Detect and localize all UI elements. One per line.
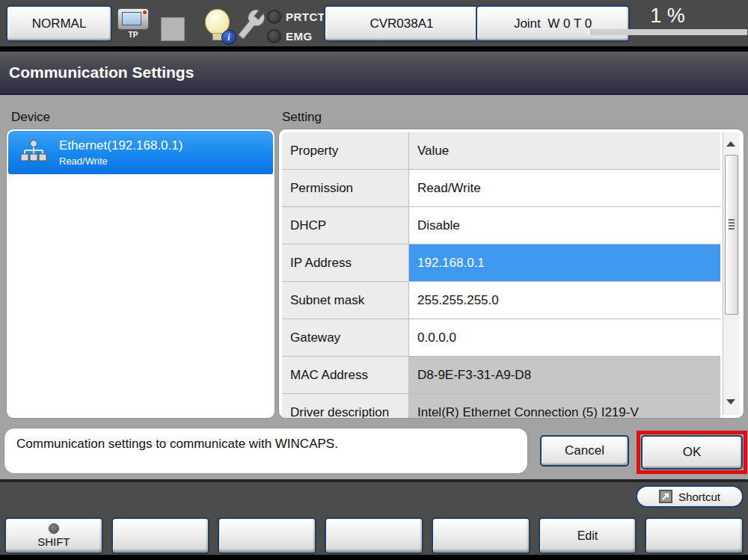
function-key-7[interactable] — [645, 517, 744, 554]
device-section-label: Device — [11, 110, 50, 125]
prtct-indicator: PRTCT — [267, 10, 325, 24]
speed-indicator: 1 % — [588, 4, 747, 35]
status-message-text: Communication settings to communicate wi… — [16, 437, 338, 451]
table-row-mac-address: MAC Address D8-9E-F3-31-A9-D8 — [282, 357, 720, 394]
row-property-label: Driver description — [282, 394, 409, 418]
row-value-cell[interactable]: Disable — [409, 207, 720, 244]
speed-progress-track — [588, 29, 747, 35]
bottom-bar: Shortcut SHIFT Edit — [0, 479, 748, 560]
teach-pendant-icon — [117, 8, 149, 30]
status-square-icon — [161, 17, 185, 41]
table-row-gateway: Gateway 0.0.0.0 — [282, 319, 720, 357]
page-title: Communication Settings — [9, 64, 194, 81]
row-value-cell[interactable]: 0.0.0.0 — [409, 319, 720, 356]
row-property-label: IP Address — [282, 244, 409, 281]
table-row-dhcp: DHCP Disable — [282, 207, 720, 244]
device-item-name: Ethernet(192.168.0.1) — [59, 138, 183, 153]
function-key-label: Edit — [577, 529, 598, 543]
bottom-black-strip — [0, 555, 748, 560]
row-property-label: MAC Address — [282, 357, 409, 393]
row-value-cell[interactable]: 255.255.255.0 — [409, 282, 720, 319]
table-row-ip-address: IP Address 192.168.0.1 — [282, 244, 720, 282]
robot-name-button[interactable]: CVR038A1 — [324, 5, 479, 42]
prtct-label: PRTCT — [286, 10, 325, 23]
device-list-panel: Ethernet(192.168.0.1) Read/Write — [6, 129, 275, 419]
emg-led-icon — [267, 29, 281, 43]
tp-indicator: TP — [116, 8, 150, 39]
ok-button[interactable]: OK — [641, 435, 743, 470]
prtct-led-icon — [267, 10, 281, 24]
table-scrollbar[interactable] — [723, 132, 740, 415]
row-property-label: Permission — [282, 170, 409, 206]
device-item-texts: Ethernet(192.168.0.1) Read/Write — [59, 138, 183, 167]
function-key-label: SHIFT — [37, 535, 70, 548]
emg-indicator: EMG — [267, 29, 313, 43]
setting-table-panel: Property Value Permission Read/Write DHC… — [278, 129, 744, 419]
ok-button-highlight: OK — [637, 431, 747, 474]
shift-led-icon — [49, 523, 59, 534]
row-value-cell[interactable]: Read/Write — [409, 170, 720, 206]
mode-button[interactable]: NORMAL — [6, 5, 112, 42]
table-row-subnet-mask: Subnet mask 255.255.255.0 — [282, 282, 720, 319]
function-key-row: SHIFT Edit — [4, 517, 744, 554]
tp-power-dot — [143, 10, 147, 14]
emg-label: EMG — [286, 30, 313, 43]
cancel-button[interactable]: Cancel — [540, 435, 629, 467]
row-property-label: DHCP — [282, 207, 409, 244]
speed-value: 1 % — [588, 4, 747, 28]
teach-pendant-screen: NORMAL TP i PRTCT EMG CVR038 — [0, 0, 748, 560]
network-icon — [19, 140, 48, 166]
row-value-cell-readonly: D8-9E-F3-31-A9-D8 — [409, 357, 720, 393]
setting-section-label: Setting — [282, 110, 322, 125]
function-key-shift[interactable]: SHIFT — [4, 517, 103, 554]
scrollbar-grip-icon — [729, 219, 735, 231]
function-key-4[interactable] — [325, 517, 423, 554]
shortcut-button[interactable]: Shortcut — [636, 485, 744, 508]
top-status-bar: NORMAL TP i PRTCT EMG CVR038 — [0, 0, 748, 52]
scroll-down-arrow-icon[interactable] — [726, 399, 735, 404]
speed-progress-fill — [588, 29, 589, 35]
info-badge-icon: i — [221, 30, 236, 45]
table-row-permission: Permission Read/Write — [282, 170, 720, 207]
table-header-row: Property Value — [282, 132, 720, 170]
column-header-value: Value — [409, 132, 720, 169]
function-key-5[interactable] — [432, 517, 530, 554]
device-item-permission: Read/Write — [59, 156, 183, 167]
row-value-cell-selected[interactable]: 192.168.0.1 — [409, 244, 720, 281]
table-row-driver-description: Driver description Intel(R) Ethernet Con… — [282, 394, 720, 418]
row-value-cell-readonly: Intel(R) Ethernet Connection (5) I219-V — [409, 394, 720, 418]
tp-label: TP — [116, 31, 150, 39]
title-bar: Communication Settings — [0, 52, 748, 95]
status-message-box: Communication settings to communicate wi… — [4, 428, 528, 474]
function-key-edit[interactable]: Edit — [539, 517, 637, 554]
scroll-up-arrow-icon[interactable] — [726, 141, 735, 147]
row-property-label: Gateway — [282, 319, 409, 356]
shortcut-button-label: Shortcut — [678, 490, 720, 503]
property-table: Property Value Permission Read/Write DHC… — [282, 132, 720, 418]
scrollbar-thumb[interactable] — [725, 155, 738, 315]
tp-screen — [122, 12, 141, 25]
device-item-ethernet[interactable]: Ethernet(192.168.0.1) Read/Write — [8, 131, 273, 174]
wrench-icon — [236, 6, 268, 43]
column-header-property: Property — [282, 132, 409, 169]
shortcut-arrow-icon — [659, 490, 672, 503]
lamp-indicator: i — [203, 9, 238, 45]
function-key-3[interactable] — [218, 517, 316, 554]
function-key-2[interactable] — [111, 517, 210, 554]
row-property-label: Subnet mask — [282, 282, 409, 319]
